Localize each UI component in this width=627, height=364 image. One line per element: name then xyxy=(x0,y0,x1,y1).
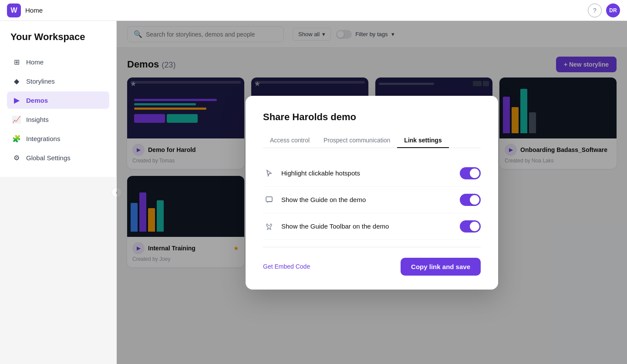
home-icon: ⊞ xyxy=(12,57,21,66)
sidebar-item-insights[interactable]: 📈 Insights xyxy=(7,111,109,128)
hotspots-label: Highlight clickable hotspots xyxy=(281,169,360,177)
toolbar-label: Show the Guide Toolbar on the demo xyxy=(281,222,389,230)
app-logo[interactable]: W xyxy=(7,3,21,17)
sidebar-item-home-label: Home xyxy=(26,58,44,66)
guide-label: Show the Guide on the demo xyxy=(281,196,366,203)
nav-right: ? DR xyxy=(588,3,620,17)
cursor-icon xyxy=(263,167,275,179)
toggle-toolbar: Show the Guide Toolbar on the demo xyxy=(263,213,481,240)
sidebar-item-home[interactable]: ⊞ Home xyxy=(7,53,109,71)
sidebar-item-storylines[interactable]: ◆ Storylines xyxy=(7,72,109,90)
help-button[interactable]: ? xyxy=(588,3,602,17)
share-modal: Share Harolds demo Access control Prospe… xyxy=(246,96,498,290)
guide-toggle[interactable] xyxy=(460,194,481,206)
sidebar: Your Workspace ⊞ Home ◆ Storylines ▶ Dem… xyxy=(0,21,117,177)
modal-tabs: Access control Prospect communication Li… xyxy=(263,133,481,148)
sidebar-wrap: Your Workspace ⊞ Home ◆ Storylines ▶ Dem… xyxy=(0,21,117,364)
integrations-icon: 🧩 xyxy=(12,134,21,143)
comment-icon xyxy=(263,194,275,206)
embed-code-link[interactable]: Get Embed Code xyxy=(263,263,310,270)
nav-left: W Home xyxy=(7,3,43,17)
insights-icon: 📈 xyxy=(12,115,21,124)
svg-rect-2 xyxy=(266,197,272,202)
modal-divider xyxy=(263,247,481,247)
tab-prospect-communication[interactable]: Prospect communication xyxy=(317,133,397,148)
modal-title: Share Harolds demo xyxy=(263,111,481,123)
toggle-hotspots: Highlight clickable hotspots xyxy=(263,160,481,187)
main-layout: Your Workspace ⊞ Home ◆ Storylines ▶ Dem… xyxy=(0,21,627,364)
sidebar-item-demos[interactable]: ▶ Demos xyxy=(7,91,109,109)
toggle-toolbar-left: Show the Guide Toolbar on the demo xyxy=(263,220,389,233)
user-avatar[interactable]: DR xyxy=(606,3,620,17)
sidebar-item-demos-label: Demos xyxy=(26,97,48,104)
toolbar-toggle[interactable] xyxy=(460,220,481,233)
sidebar-item-integrations-label: Integrations xyxy=(26,135,60,142)
nav-home-title: Home xyxy=(25,7,43,14)
hotspots-toggle[interactable] xyxy=(460,167,481,179)
sidebar-item-global-settings[interactable]: ⚙ Global Settings xyxy=(7,149,109,166)
sidebar-item-storylines-label: Storylines xyxy=(26,78,55,85)
demos-icon: ▶ xyxy=(12,96,21,104)
toggle-guide: Show the Guide on the demo xyxy=(263,187,481,213)
modal-footer: Get Embed Code Copy link and save xyxy=(263,258,481,276)
toggle-knob xyxy=(470,222,479,231)
tab-access-control[interactable]: Access control xyxy=(263,133,317,148)
tab-link-settings[interactable]: Link settings xyxy=(397,133,448,148)
workspace-title: Your Workspace xyxy=(7,31,109,43)
wrench-icon xyxy=(263,220,275,233)
top-nav: W Home ? DR xyxy=(0,0,627,21)
main-content: 🔍 Show all ▾ Filter by tags ▾ xyxy=(117,21,627,364)
modal-backdrop[interactable]: Share Harolds demo Access control Prospe… xyxy=(117,21,627,364)
storylines-icon: ◆ xyxy=(12,77,21,85)
toggle-knob xyxy=(470,195,479,205)
toggle-guide-left: Show the Guide on the demo xyxy=(263,194,366,206)
sidebar-item-global-settings-label: Global Settings xyxy=(26,154,71,162)
sidebar-item-insights-label: Insights xyxy=(26,116,49,123)
toggle-hotspots-left: Highlight clickable hotspots xyxy=(263,167,360,179)
copy-link-button[interactable]: Copy link and save xyxy=(401,258,481,276)
sidebar-item-integrations[interactable]: 🧩 Integrations xyxy=(7,130,109,147)
global-settings-icon: ⚙ xyxy=(12,153,21,162)
toggle-knob xyxy=(470,169,479,178)
